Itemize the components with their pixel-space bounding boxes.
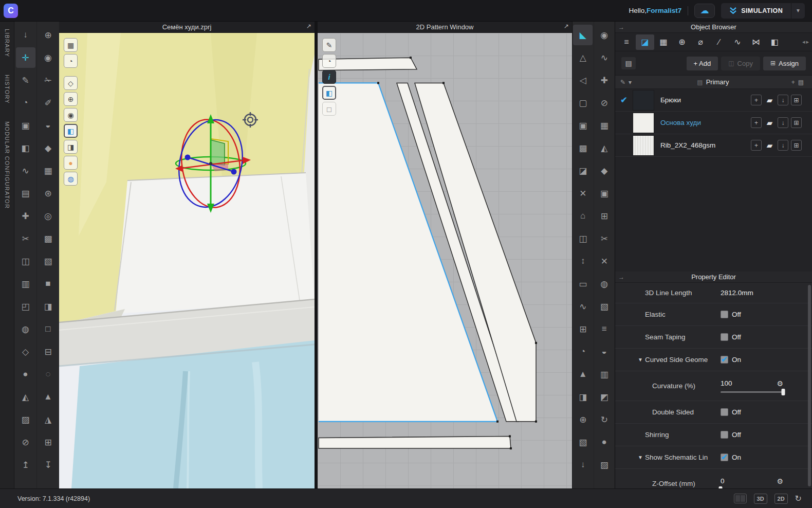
app-logo-icon[interactable]: C bbox=[4, 4, 18, 18]
fabric-swatch[interactable] bbox=[633, 113, 654, 133]
clone-fabric-icon[interactable]: ⊞ bbox=[791, 140, 802, 151]
fabric-view-a-button[interactable]: ◧ bbox=[64, 124, 78, 138]
jacket-tool[interactable]: ▥ bbox=[16, 274, 35, 294]
grade-tool[interactable]: ◮ bbox=[39, 409, 58, 430]
puckering-tool[interactable]: ◌ bbox=[39, 364, 58, 385]
print-layout-tool[interactable]: ⊞ bbox=[595, 206, 614, 226]
tab-trim[interactable]: ⋈ bbox=[747, 34, 765, 50]
measure-2d-tool[interactable]: ≡ bbox=[595, 319, 614, 339]
pressure-tool[interactable]: ◒ bbox=[595, 341, 614, 362]
tab-puckering[interactable]: ∿ bbox=[728, 34, 747, 50]
free-sew-2d-tool[interactable]: ✚ bbox=[595, 70, 614, 90]
stitch-tool[interactable]: ▦ bbox=[39, 160, 58, 181]
trace-tool[interactable]: ⌂ bbox=[573, 206, 593, 226]
fabric-row[interactable]: Основа худи+▰↓⊞ bbox=[615, 112, 812, 134]
baseline-tool[interactable]: ▭ bbox=[573, 274, 593, 294]
3d-window-title-bar[interactable]: Семён худи.zprj ↗ bbox=[59, 22, 315, 33]
add-button[interactable]: + Add bbox=[687, 57, 718, 70]
checkbox[interactable] bbox=[721, 333, 728, 341]
shirts-tool[interactable]: ◰ bbox=[16, 296, 35, 317]
elastic-band-tool[interactable]: ∿ bbox=[573, 296, 593, 317]
popout-window-icon[interactable]: ↗ bbox=[306, 23, 311, 30]
fabric-row[interactable]: ✔Брюки+▰↓⊞ bbox=[615, 89, 812, 112]
flatten-tool[interactable]: ⊞ bbox=[39, 432, 58, 452]
slider-handle[interactable] bbox=[782, 389, 785, 395]
drape-tool[interactable]: ◒ bbox=[39, 115, 58, 136]
resym-tool[interactable]: ↻ bbox=[595, 409, 614, 430]
cut-sew-tool[interactable]: ✂ bbox=[595, 228, 614, 249]
group-folder-icon[interactable]: ▤ bbox=[798, 79, 804, 86]
rail-item-modular-configurator[interactable]: MODULAR CONFIGURATOR bbox=[4, 121, 10, 209]
pin-tool[interactable]: ✚ bbox=[16, 206, 35, 226]
fabric-roll-b-tool[interactable]: ■ bbox=[39, 274, 58, 294]
texture-edit-tool[interactable]: ◆ bbox=[595, 160, 614, 181]
drape-edit-tool[interactable]: ◆ bbox=[39, 138, 58, 158]
segment-sew-2d-tool[interactable]: ∿ bbox=[595, 47, 614, 68]
property-editor-scrollbar[interactable] bbox=[808, 285, 811, 486]
show-garment-button[interactable]: ◇ bbox=[64, 76, 78, 90]
show-arrangement-points-button[interactable]: ⊕ bbox=[64, 92, 78, 106]
simulation-dropdown-button[interactable]: ▼ bbox=[791, 3, 805, 19]
show-stylus-button[interactable]: ✎ bbox=[322, 38, 336, 52]
add-colorway-icon[interactable]: + bbox=[751, 140, 762, 151]
show-garment-pins-button[interactable]: ◔ bbox=[64, 54, 78, 68]
rail-item-library[interactable]: LIBRARY bbox=[4, 29, 10, 57]
caret-down-icon[interactable]: ▾ bbox=[629, 79, 632, 86]
free-sew-tool[interactable]: ∿ bbox=[16, 160, 35, 181]
fabric-group-header[interactable]: ✎ ▾ ▤Primary + ▤ bbox=[615, 75, 812, 89]
tab-fabric[interactable]: ◪ bbox=[636, 34, 654, 50]
transform-pattern-tool[interactable]: ◣ bbox=[573, 25, 593, 45]
fabric-row[interactable]: Rib_2X2_468gsm+▰↓⊞ bbox=[615, 134, 812, 157]
walk-avatar-tool[interactable]: ⊕ bbox=[39, 25, 58, 45]
3d-view-button[interactable]: 3D bbox=[754, 494, 767, 504]
checkbox[interactable] bbox=[721, 408, 728, 416]
fold-arrange-tool[interactable]: ◫ bbox=[16, 251, 35, 271]
fit-map-tool[interactable]: ◍ bbox=[595, 274, 614, 294]
fabric-view-b-button[interactable]: ◨ bbox=[64, 140, 78, 154]
environment-button[interactable]: ◍ bbox=[64, 172, 78, 186]
notch-tool[interactable]: ✕ bbox=[573, 183, 593, 204]
tab-topstitch[interactable]: ∕ bbox=[710, 34, 728, 50]
expander-triangle-icon[interactable]: ▼ bbox=[638, 455, 645, 460]
save-fabric-icon[interactable]: ↓ bbox=[778, 140, 788, 151]
add-point-tool[interactable]: ▢ bbox=[573, 93, 593, 113]
2d-view-button[interactable]: 2D bbox=[774, 494, 788, 504]
collapse-panel-icon[interactable]: → bbox=[618, 274, 624, 281]
sew-edit-tool[interactable]: ◉ bbox=[39, 47, 58, 68]
show-3d-mesh-button[interactable]: ▦ bbox=[64, 38, 78, 52]
sew-cut-tool[interactable]: ✐ bbox=[39, 93, 58, 113]
split-view-button[interactable] bbox=[734, 494, 747, 503]
wrench-icon[interactable]: ⚙ bbox=[777, 379, 783, 388]
simulation-button[interactable]: SIMULATION bbox=[721, 3, 791, 19]
texture-tool[interactable]: ▲ bbox=[39, 387, 58, 407]
detach-sew-tool[interactable]: ⊘ bbox=[595, 93, 614, 113]
polygon-tool[interactable]: ▣ bbox=[573, 115, 593, 136]
copy-button[interactable]: ◫Copy bbox=[721, 57, 760, 70]
colorway-tool[interactable]: ▣ bbox=[595, 183, 614, 204]
clone-fabric-icon[interactable]: ⊞ bbox=[791, 117, 802, 128]
tab-scene-list[interactable]: ≡ bbox=[617, 34, 636, 50]
symmetry-tool[interactable]: ◨ bbox=[573, 387, 593, 407]
pattern-annotate-tool[interactable]: ▧ bbox=[573, 432, 593, 452]
fabric-strip-b-tool[interactable]: □ bbox=[39, 319, 58, 339]
rotate-tool[interactable]: ◇ bbox=[16, 341, 35, 362]
seam-allowance-tool[interactable]: ◫ bbox=[573, 228, 593, 249]
rail-item-history[interactable]: HISTORY bbox=[4, 75, 10, 104]
tape-curve-tool[interactable]: ▨ bbox=[16, 409, 35, 430]
fabric-roll-a-tool[interactable]: ▧ bbox=[39, 251, 58, 271]
segment-sew-tool[interactable]: ◧ bbox=[16, 138, 35, 158]
shirring-tool[interactable]: ⊞ bbox=[573, 319, 593, 339]
tab-piping[interactable]: ◧ bbox=[765, 34, 784, 50]
save-fabric-icon[interactable]: ↓ bbox=[778, 117, 788, 128]
edit-curvature-tool[interactable]: ◁ bbox=[573, 70, 593, 90]
move-tool[interactable]: ✛ bbox=[16, 47, 35, 68]
point-tool[interactable]: ● bbox=[595, 432, 614, 452]
fabric-strip-a-tool[interactable]: ◨ bbox=[39, 296, 58, 317]
fabric-view-button[interactable]: ◧ bbox=[322, 86, 336, 100]
tab-buttonhole[interactable]: ⌀ bbox=[691, 34, 710, 50]
binding-tool[interactable]: ⊟ bbox=[39, 341, 58, 362]
uv-tool[interactable]: ◩ bbox=[595, 387, 614, 407]
popout-window-icon[interactable]: ↗ bbox=[564, 23, 569, 30]
fabric-detail-icon[interactable]: ▰ bbox=[764, 140, 775, 151]
press-tool[interactable]: ↧ bbox=[39, 455, 58, 475]
